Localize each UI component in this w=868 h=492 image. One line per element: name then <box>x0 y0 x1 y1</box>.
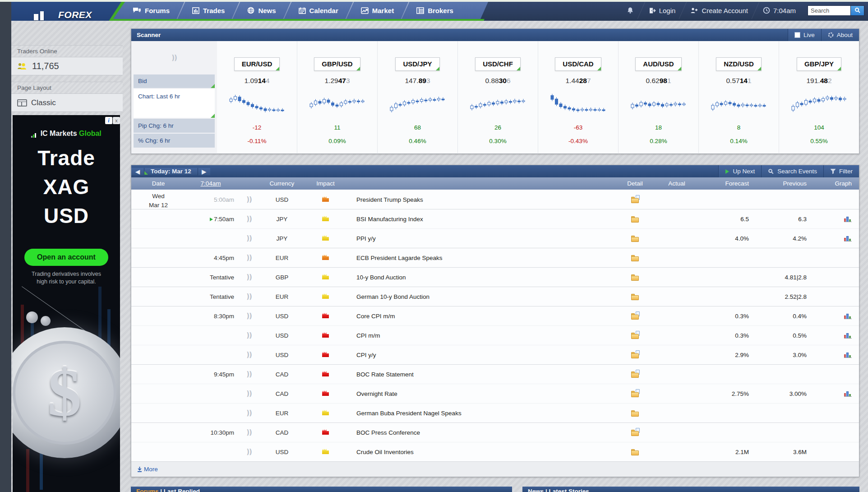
pair-chart-link[interactable] <box>297 88 377 121</box>
ad-cta-button[interactable]: Open an account <box>24 249 108 266</box>
speaker-icon[interactable]: )) <box>246 215 252 223</box>
login-button[interactable]: Login <box>642 7 683 14</box>
impact-orange-icon[interactable] <box>322 196 329 202</box>
impact-yellow-icon[interactable] <box>322 215 329 221</box>
pair-selector[interactable]: USD/JPY <box>395 57 439 71</box>
detail-folder-icon[interactable] <box>631 449 639 455</box>
scanner-row-selector-chart[interactable]: Chart: Last 6 hr <box>134 89 215 118</box>
speaker-icon[interactable]: )) <box>246 273 252 281</box>
pair-selector[interactable]: GBP/USD <box>314 57 360 71</box>
speaker-icon[interactable]: )) <box>246 428 252 436</box>
pair-selector[interactable]: USD/CHF <box>475 57 521 71</box>
pair-chart-link[interactable] <box>619 88 698 121</box>
calendar-next-day-button[interactable]: ▶ <box>198 168 210 175</box>
event-title[interactable]: CPI y/y <box>349 352 623 358</box>
graph-icon[interactable] <box>844 352 852 358</box>
pair-chart-link[interactable] <box>217 88 297 121</box>
pair-chart-link[interactable] <box>378 88 457 121</box>
speaker-icon[interactable]: )) <box>246 195 252 204</box>
event-title[interactable]: PPI y/y <box>349 235 623 242</box>
pair-selector[interactable]: NZD/USD <box>716 57 762 71</box>
event-title[interactable]: President Trump Speaks <box>349 196 623 203</box>
speaker-icon[interactable]: )) <box>246 234 252 242</box>
impact-yellow-icon[interactable] <box>322 448 329 454</box>
calendar-prev-day-button[interactable]: ◀ <box>131 168 144 175</box>
impact-red-icon[interactable] <box>322 371 329 376</box>
search-button[interactable] <box>851 5 864 16</box>
speaker-icon[interactable]: )) <box>246 351 252 359</box>
graph-icon[interactable] <box>844 236 852 242</box>
speaker-icon[interactable]: )) <box>246 254 252 262</box>
ad-info-icon[interactable]: i <box>105 117 112 124</box>
event-title[interactable]: Crude Oil Inventories <box>349 449 623 455</box>
detail-folder-icon[interactable] <box>631 236 639 242</box>
event-title[interactable]: BSI Manufacturing Index <box>349 216 623 223</box>
nav-item-news[interactable]: News <box>236 2 286 19</box>
event-title[interactable]: 10-y Bond Auction <box>349 274 623 281</box>
impact-red-icon[interactable] <box>322 312 329 318</box>
detail-folder-icon[interactable] <box>631 294 639 300</box>
detail-folder-doc-icon[interactable] <box>631 391 639 397</box>
graph-icon[interactable] <box>844 216 852 223</box>
pair-selector[interactable]: AUD/USD <box>635 57 681 71</box>
detail-folder-doc-icon[interactable] <box>631 430 639 436</box>
filter-button[interactable]: Filter <box>823 165 859 177</box>
speaker-icon[interactable]: )) <box>246 312 252 320</box>
sound-icon[interactable]: )) <box>171 54 177 62</box>
impact-orange-icon[interactable] <box>322 254 329 260</box>
detail-folder-doc-icon[interactable] <box>631 333 639 339</box>
search-input[interactable] <box>808 5 851 16</box>
event-title[interactable]: BOC Rate Statement <box>349 371 623 378</box>
ad-close-icon[interactable]: x <box>113 117 120 124</box>
event-title[interactable]: ECB President Lagarde Speaks <box>349 255 623 261</box>
impact-red-icon[interactable] <box>322 390 329 396</box>
scanner-row-selector-bid[interactable]: Bid <box>134 74 215 88</box>
pair-chart-link[interactable] <box>458 88 538 121</box>
pair-chart-link[interactable] <box>779 88 859 121</box>
impact-yellow-icon[interactable] <box>322 274 329 279</box>
detail-folder-icon[interactable] <box>631 410 639 417</box>
detail-folder-doc-icon[interactable] <box>631 352 639 358</box>
detail-folder-doc-icon[interactable] <box>631 371 639 378</box>
graph-icon[interactable] <box>844 333 852 339</box>
speaker-icon[interactable]: )) <box>246 390 252 398</box>
up-next-button[interactable]: Up Next <box>718 165 761 177</box>
nav-item-forums[interactable]: Forums <box>122 2 180 19</box>
graph-icon[interactable] <box>844 313 852 320</box>
speaker-icon[interactable]: )) <box>246 409 252 417</box>
scanner-live-toggle[interactable]: Live <box>788 29 821 41</box>
pair-selector[interactable]: USD/CAD <box>555 57 601 71</box>
detail-folder-icon[interactable] <box>631 274 639 281</box>
detail-folder-icon[interactable] <box>631 216 639 223</box>
notifications-button[interactable] <box>619 7 641 14</box>
nav-item-trades[interactable]: Trades <box>181 2 235 19</box>
create-account-button[interactable]: Create Account <box>683 7 755 14</box>
calendar-today-selector[interactable]: Today: Mar 12 <box>144 168 198 175</box>
search-events-button[interactable]: Search Events <box>761 165 823 177</box>
scanner-about-button[interactable]: About <box>821 29 859 41</box>
page-layout-row[interactable]: Classic <box>11 94 123 112</box>
impact-red-icon[interactable] <box>322 332 329 338</box>
detail-folder-icon[interactable] <box>631 255 639 261</box>
graph-icon[interactable] <box>844 391 852 397</box>
event-title[interactable]: Core CPI m/m <box>349 313 623 320</box>
sidebar-ad[interactable]: i x IC Markets Global Trade XAG USD Open… <box>13 115 120 492</box>
event-title[interactable]: Overnight Rate <box>349 390 623 397</box>
event-title[interactable]: BOC Press Conference <box>349 429 623 436</box>
live-checkbox[interactable] <box>794 32 800 38</box>
event-title[interactable]: CPI m/m <box>349 332 623 339</box>
speaker-icon[interactable]: )) <box>246 331 252 339</box>
timezone-button[interactable]: 7:04am <box>756 7 803 14</box>
speaker-icon[interactable]: )) <box>246 292 252 301</box>
nav-item-market[interactable]: Market <box>350 2 405 19</box>
pair-chart-link[interactable] <box>699 88 779 121</box>
speaker-icon[interactable]: )) <box>246 370 252 378</box>
event-title[interactable]: German 10-y Bond Auction <box>349 293 623 300</box>
more-link[interactable]: More <box>137 466 158 473</box>
detail-folder-doc-icon[interactable] <box>631 197 639 203</box>
nav-item-brokers[interactable]: Brokers <box>406 2 464 19</box>
impact-red-icon[interactable] <box>322 351 329 357</box>
detail-folder-doc-icon[interactable] <box>631 313 639 320</box>
pair-selector[interactable]: GBP/JPY <box>797 57 841 71</box>
speaker-icon[interactable]: )) <box>246 448 252 456</box>
